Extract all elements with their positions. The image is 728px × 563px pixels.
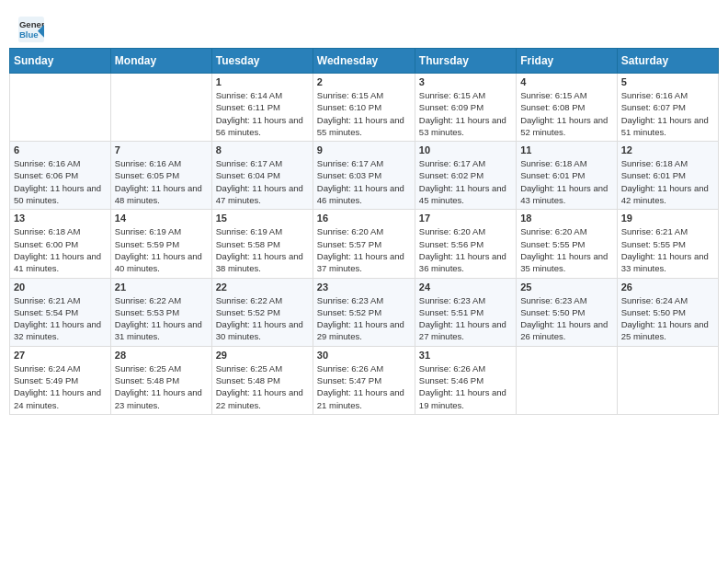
- daylight-text: Daylight: 11 hours and 29 minutes.: [317, 318, 411, 343]
- calendar-cell: 14Sunrise: 6:19 AMSunset: 5:59 PMDayligh…: [110, 210, 211, 278]
- svg-text:Blue: Blue: [19, 29, 39, 40]
- calendar-cell: 26Sunrise: 6:24 AMSunset: 5:50 PMDayligh…: [617, 278, 718, 346]
- calendar-cell: 28Sunrise: 6:25 AMSunset: 5:48 PMDayligh…: [110, 346, 211, 414]
- day-number: 6: [14, 144, 107, 155]
- sunset-text: Sunset: 5:50 PM: [621, 306, 714, 318]
- calendar-cell: 17Sunrise: 6:20 AMSunset: 5:56 PMDayligh…: [415, 210, 516, 278]
- sunset-text: Sunset: 5:51 PM: [419, 306, 512, 318]
- calendar-cell: 13Sunrise: 6:18 AMSunset: 6:00 PMDayligh…: [10, 210, 111, 278]
- day-info: Sunrise: 6:16 AMSunset: 6:06 PMDaylight:…: [14, 157, 107, 206]
- sunrise-text: Sunrise: 6:23 AM: [419, 294, 512, 306]
- sunset-text: Sunset: 6:00 PM: [14, 238, 107, 250]
- sunrise-text: Sunrise: 6:26 AM: [317, 362, 411, 374]
- daylight-text: Daylight: 11 hours and 37 minutes.: [317, 250, 411, 275]
- day-info: Sunrise: 6:19 AMSunset: 5:58 PMDaylight:…: [216, 225, 309, 274]
- sunrise-text: Sunrise: 6:22 AM: [216, 294, 309, 306]
- sunset-text: Sunset: 5:54 PM: [14, 306, 107, 318]
- sunrise-text: Sunrise: 6:19 AM: [216, 225, 309, 237]
- day-number: 3: [419, 76, 512, 87]
- sunrise-text: Sunrise: 6:20 AM: [317, 225, 411, 237]
- sunset-text: Sunset: 6:02 PM: [419, 169, 512, 181]
- day-number: 9: [317, 144, 411, 155]
- page-header: General Blue: [9, 9, 719, 48]
- day-number: 27: [14, 350, 107, 361]
- daylight-text: Daylight: 11 hours and 33 minutes.: [621, 250, 714, 275]
- day-number: 2: [317, 76, 411, 87]
- day-of-week-header: Monday: [110, 49, 211, 74]
- calendar-cell: 4Sunrise: 6:15 AMSunset: 6:08 PMDaylight…: [517, 74, 617, 142]
- sunrise-text: Sunrise: 6:15 AM: [520, 89, 612, 101]
- day-number: 23: [317, 282, 411, 293]
- calendar-cell: 31Sunrise: 6:26 AMSunset: 5:46 PMDayligh…: [415, 346, 516, 414]
- svg-text:General: General: [19, 19, 44, 29]
- sunrise-text: Sunrise: 6:21 AM: [621, 225, 714, 237]
- sunrise-text: Sunrise: 6:17 AM: [317, 157, 411, 169]
- calendar-week-row: 6Sunrise: 6:16 AMSunset: 6:06 PMDaylight…: [10, 142, 719, 210]
- day-number: 21: [115, 282, 208, 293]
- day-info: Sunrise: 6:25 AMSunset: 5:48 PMDaylight:…: [216, 362, 309, 411]
- sunset-text: Sunset: 5:50 PM: [520, 306, 612, 318]
- sunset-text: Sunset: 5:56 PM: [419, 238, 512, 250]
- sunrise-text: Sunrise: 6:20 AM: [419, 225, 512, 237]
- daylight-text: Daylight: 11 hours and 31 minutes.: [115, 318, 208, 343]
- sunrise-text: Sunrise: 6:26 AM: [419, 362, 512, 374]
- calendar-week-row: 27Sunrise: 6:24 AMSunset: 5:49 PMDayligh…: [10, 346, 719, 414]
- sunrise-text: Sunrise: 6:19 AM: [115, 225, 208, 237]
- calendar-week-row: 20Sunrise: 6:21 AMSunset: 5:54 PMDayligh…: [10, 278, 719, 346]
- day-of-week-header: Friday: [517, 49, 617, 74]
- daylight-text: Daylight: 11 hours and 56 minutes.: [216, 114, 309, 139]
- calendar-header-row: SundayMondayTuesdayWednesdayThursdayFrid…: [10, 49, 719, 74]
- day-info: Sunrise: 6:24 AMSunset: 5:50 PMDaylight:…: [621, 294, 714, 343]
- day-number: 16: [317, 213, 411, 224]
- sunset-text: Sunset: 5:55 PM: [520, 238, 612, 250]
- calendar-cell: 10Sunrise: 6:17 AMSunset: 6:02 PMDayligh…: [415, 142, 516, 210]
- day-info: Sunrise: 6:20 AMSunset: 5:57 PMDaylight:…: [317, 225, 411, 274]
- day-of-week-header: Saturday: [617, 49, 718, 74]
- sunrise-text: Sunrise: 6:23 AM: [317, 294, 411, 306]
- day-info: Sunrise: 6:15 AMSunset: 6:10 PMDaylight:…: [317, 89, 411, 138]
- calendar-week-row: 13Sunrise: 6:18 AMSunset: 6:00 PMDayligh…: [10, 210, 719, 278]
- sunset-text: Sunset: 5:46 PM: [419, 374, 512, 386]
- calendar-cell: 23Sunrise: 6:23 AMSunset: 5:52 PMDayligh…: [313, 278, 415, 346]
- sunset-text: Sunset: 6:01 PM: [621, 169, 714, 181]
- sunset-text: Sunset: 5:52 PM: [317, 306, 411, 318]
- day-of-week-header: Tuesday: [211, 49, 313, 74]
- day-number: 22: [216, 282, 309, 293]
- daylight-text: Daylight: 11 hours and 42 minutes.: [621, 182, 714, 207]
- day-number: 8: [216, 144, 309, 155]
- daylight-text: Daylight: 11 hours and 51 minutes.: [621, 114, 714, 139]
- sunset-text: Sunset: 5:57 PM: [317, 238, 411, 250]
- sunset-text: Sunset: 5:55 PM: [621, 238, 714, 250]
- calendar-week-row: 1Sunrise: 6:14 AMSunset: 6:11 PMDaylight…: [10, 74, 719, 142]
- day-info: Sunrise: 6:21 AMSunset: 5:54 PMDaylight:…: [14, 294, 107, 343]
- sunrise-text: Sunrise: 6:17 AM: [419, 157, 512, 169]
- day-info: Sunrise: 6:16 AMSunset: 6:05 PMDaylight:…: [115, 157, 208, 206]
- day-info: Sunrise: 6:22 AMSunset: 5:53 PMDaylight:…: [115, 294, 208, 343]
- sunset-text: Sunset: 6:01 PM: [520, 169, 612, 181]
- daylight-text: Daylight: 11 hours and 47 minutes.: [216, 182, 309, 207]
- daylight-text: Daylight: 11 hours and 36 minutes.: [419, 250, 512, 275]
- sunset-text: Sunset: 6:08 PM: [520, 101, 612, 113]
- logo: General Blue: [18, 17, 44, 42]
- calendar-cell: 3Sunrise: 6:15 AMSunset: 6:09 PMDaylight…: [415, 74, 516, 142]
- day-number: 4: [520, 76, 612, 87]
- calendar-cell: 18Sunrise: 6:20 AMSunset: 5:55 PMDayligh…: [517, 210, 617, 278]
- daylight-text: Daylight: 11 hours and 45 minutes.: [419, 182, 512, 207]
- calendar-cell: 2Sunrise: 6:15 AMSunset: 6:10 PMDaylight…: [313, 74, 415, 142]
- calendar-cell: 21Sunrise: 6:22 AMSunset: 5:53 PMDayligh…: [110, 278, 211, 346]
- sunrise-text: Sunrise: 6:15 AM: [317, 89, 411, 101]
- calendar-cell: 5Sunrise: 6:16 AMSunset: 6:07 PMDaylight…: [617, 74, 718, 142]
- sunrise-text: Sunrise: 6:15 AM: [419, 89, 512, 101]
- calendar-cell: 9Sunrise: 6:17 AMSunset: 6:03 PMDaylight…: [313, 142, 415, 210]
- calendar-cell: 29Sunrise: 6:25 AMSunset: 5:48 PMDayligh…: [211, 346, 313, 414]
- daylight-text: Daylight: 11 hours and 55 minutes.: [317, 114, 411, 139]
- day-number: 18: [520, 213, 612, 224]
- day-info: Sunrise: 6:23 AMSunset: 5:51 PMDaylight:…: [419, 294, 512, 343]
- sunrise-text: Sunrise: 6:22 AM: [115, 294, 208, 306]
- day-of-week-header: Sunday: [10, 49, 111, 74]
- day-info: Sunrise: 6:23 AMSunset: 5:50 PMDaylight:…: [520, 294, 612, 343]
- calendar-cell: 30Sunrise: 6:26 AMSunset: 5:47 PMDayligh…: [313, 346, 415, 414]
- day-number: 14: [115, 213, 208, 224]
- sunrise-text: Sunrise: 6:18 AM: [621, 157, 714, 169]
- day-number: 26: [621, 282, 714, 293]
